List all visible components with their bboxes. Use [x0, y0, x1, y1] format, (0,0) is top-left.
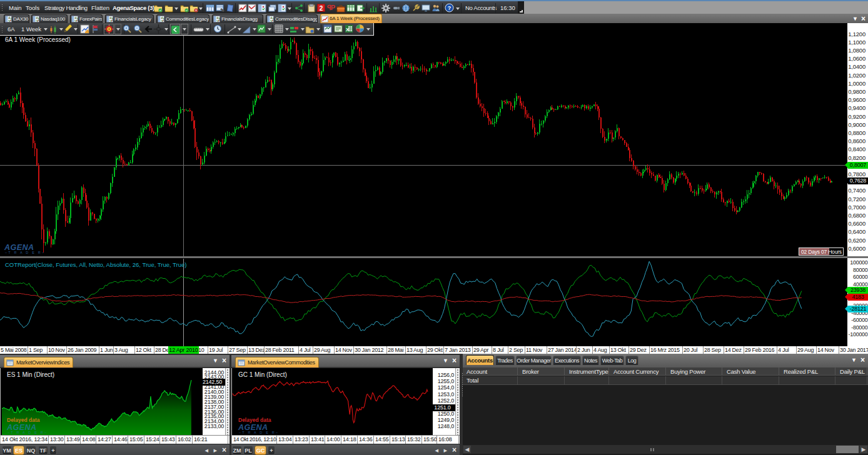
svg-text:X: X: [346, 27, 350, 32]
svg-text:?: ?: [448, 5, 452, 11]
